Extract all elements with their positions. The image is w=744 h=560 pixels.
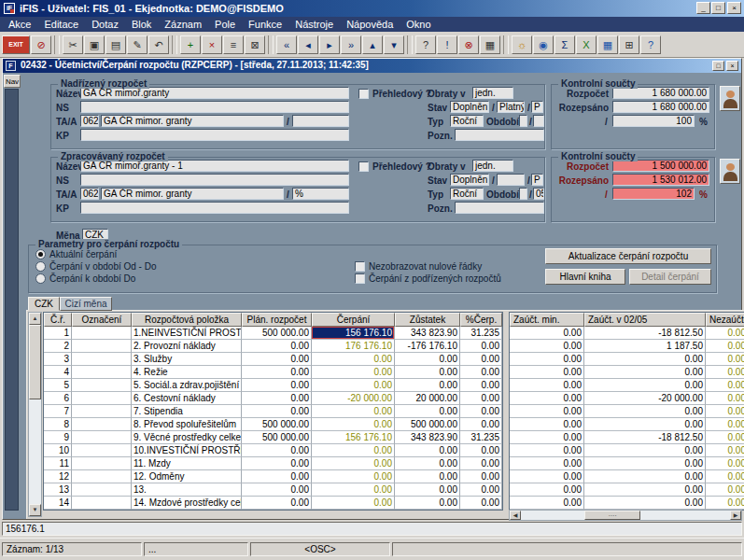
cell-zauct_min[interactable]: 0.00 <box>510 366 584 379</box>
cell-polozka[interactable]: 4. Režie <box>132 366 242 379</box>
cancel-query-icon[interactable]: ⊗ <box>458 35 479 54</box>
minimize-icon[interactable]: _ <box>696 2 710 14</box>
hlavni-kniha-button[interactable]: Hlavní kniha <box>545 269 625 285</box>
cell-pcerp[interactable]: 0.00 <box>460 457 502 470</box>
cell-pcerp[interactable]: 0.00 <box>460 497 502 510</box>
cell-cerpani[interactable]: 0.00 <box>312 483 395 497</box>
child-stav2-field[interactable] <box>497 174 525 186</box>
cell-ozn[interactable] <box>72 483 132 497</box>
cell-plan[interactable]: 0.00 <box>242 497 312 510</box>
prev-block-icon[interactable]: ▴ <box>362 35 383 54</box>
cell-nezauct[interactable]: 0.00 <box>706 457 744 470</box>
checkbox-nezobrazovat-nulove[interactable] <box>355 261 365 272</box>
child-taa-pct-field[interactable]: % <box>292 188 349 200</box>
cell-plan[interactable]: 0.00 <box>242 340 312 353</box>
cell-zauct_min[interactable]: 0.00 <box>510 444 584 457</box>
cell-plan[interactable]: 0.00 <box>242 470 312 483</box>
cell-nezauct[interactable]: 0.00 <box>706 431 744 444</box>
restore-icon[interactable]: □ <box>712 61 724 71</box>
cell-zustatek[interactable]: 0.00 <box>395 379 460 392</box>
cell-ozn[interactable] <box>72 431 132 444</box>
cell-plan[interactable]: 0.00 <box>242 483 312 497</box>
cell-zauct_min[interactable]: 0.00 <box>510 497 584 510</box>
cell-zauct_v[interactable]: -18 812.50 <box>584 327 706 340</box>
cell-zauct_min[interactable]: 0.00 <box>510 327 584 340</box>
close-icon[interactable]: × <box>727 2 741 14</box>
cell-ozn[interactable] <box>72 418 132 431</box>
cell-ozn[interactable] <box>72 340 132 353</box>
cell-zustatek[interactable]: -176 176.10 <box>395 340 460 353</box>
cell-cerpani[interactable]: 0.00 <box>312 353 395 366</box>
cell-pcerp[interactable]: 31.235 <box>460 327 502 340</box>
cell-nezauct[interactable]: 0.00 <box>706 418 744 431</box>
cell-polozka[interactable]: 3. Služby <box>132 353 242 366</box>
child-percent-field[interactable]: 102 <box>612 188 695 200</box>
cell-zauct_v[interactable]: 0.00 <box>584 470 706 483</box>
parent-percent-field[interactable]: 100 <box>612 115 695 127</box>
child-taa-code-field[interactable]: 062 <box>80 188 99 200</box>
cell-plan[interactable]: 0.00 <box>242 353 312 366</box>
cell-pcerp[interactable]: 0.00 <box>460 366 502 379</box>
cell-ozn[interactable] <box>72 366 132 379</box>
child-ns-field[interactable] <box>80 174 349 186</box>
cell-zauct_min[interactable]: 0.00 <box>510 470 584 483</box>
cell-cr[interactable]: 11 <box>44 457 72 470</box>
cell-cerpani[interactable]: 0.00 <box>312 470 395 483</box>
maximize-icon[interactable]: □ <box>711 2 725 14</box>
vscroll-thumb[interactable] <box>29 325 41 399</box>
cell-zauct_min[interactable]: 0.00 <box>510 431 584 444</box>
exit-button[interactable]: EXIT <box>2 35 30 54</box>
cell-zauct_v[interactable]: 0.00 <box>584 353 706 366</box>
edit-icon[interactable]: ✎ <box>127 35 147 54</box>
first-record-icon[interactable]: « <box>276 35 297 54</box>
cell-cr[interactable]: 5 <box>44 379 72 392</box>
cell-cr[interactable]: 7 <box>44 405 72 418</box>
menu-item-8[interactable]: Nástroje <box>288 18 340 31</box>
cell-zauct_v[interactable]: 0.00 <box>584 405 706 418</box>
cell-pcerp[interactable]: 31.235 <box>460 431 502 444</box>
cell-pcerp[interactable]: 0.00 <box>460 470 502 483</box>
cell-zauct_v[interactable]: 0.00 <box>584 366 706 379</box>
cell-zustatek[interactable]: 0.00 <box>395 366 460 379</box>
cell-plan[interactable]: 500 000.00 <box>242 418 312 431</box>
scroll-down-icon[interactable]: ▼ <box>29 504 41 516</box>
cell-pcerp[interactable]: 0.00 <box>460 353 502 366</box>
duplicate-record-icon[interactable]: ≡ <box>223 35 244 54</box>
cell-zustatek[interactable]: 0.00 <box>395 353 460 366</box>
menu-item-10[interactable]: Okno <box>400 18 437 31</box>
cell-zustatek[interactable]: 343 823.90 <box>395 327 460 340</box>
cell-zustatek[interactable]: 0.00 <box>395 444 460 457</box>
parent-obdobi1-field[interactable] <box>519 115 527 127</box>
cell-cr[interactable]: 2 <box>44 340 72 353</box>
cell-ozn[interactable] <box>72 470 132 483</box>
cell-polozka[interactable]: 11. Mzdy <box>132 457 242 470</box>
sum-icon[interactable]: Σ <box>554 35 575 54</box>
cell-plan[interactable]: 0.00 <box>242 392 312 405</box>
parent-typ-field[interactable]: Roční <box>450 115 484 127</box>
execute-query-icon[interactable]: ! <box>437 35 457 54</box>
paste-icon[interactable]: ▤ <box>105 35 126 54</box>
child-obdobi1-field[interactable] <box>519 188 527 200</box>
radio-aktualni-cerpani[interactable] <box>35 249 46 259</box>
child-kp-field[interactable] <box>80 202 349 214</box>
cell-nezauct[interactable]: 0.00 <box>706 353 744 366</box>
globe-icon[interactable]: ◉ <box>533 35 554 54</box>
cell-zauct_min[interactable]: 0.00 <box>510 340 584 353</box>
tab-cizi-mena[interactable]: Cizí měna <box>60 297 112 311</box>
parent-kp-field[interactable] <box>80 129 349 141</box>
cell-plan[interactable]: 0.00 <box>242 457 312 470</box>
cell-polozka[interactable]: 1.NEINVESTIČNÍ PROSTŘEDKY <box>132 327 242 340</box>
menu-item-9[interactable]: Nápověda <box>340 18 400 31</box>
calculator-icon[interactable]: ⊞ <box>619 35 639 54</box>
menu-item-2[interactable]: Editace <box>37 18 85 31</box>
cell-nezauct[interactable]: 0.00 <box>706 392 744 405</box>
cell-polozka[interactable]: 5. Sociál.a zdrav.pojištění <box>132 379 242 392</box>
cell-pcerp[interactable]: 0.00 <box>460 444 502 457</box>
cell-nezauct[interactable]: 0.00 <box>706 444 744 457</box>
child-stav1-field[interactable]: Doplněn <box>450 174 489 186</box>
cell-nezauct[interactable]: 0.00 <box>706 379 744 392</box>
cell-polozka[interactable]: 9. Věcné prostředky celkem <box>132 431 242 444</box>
scroll-left-icon[interactable]: ◀ <box>510 511 521 520</box>
last-record-icon[interactable]: » <box>341 35 361 54</box>
cell-zauct_v[interactable]: -18 812.50 <box>584 431 706 444</box>
